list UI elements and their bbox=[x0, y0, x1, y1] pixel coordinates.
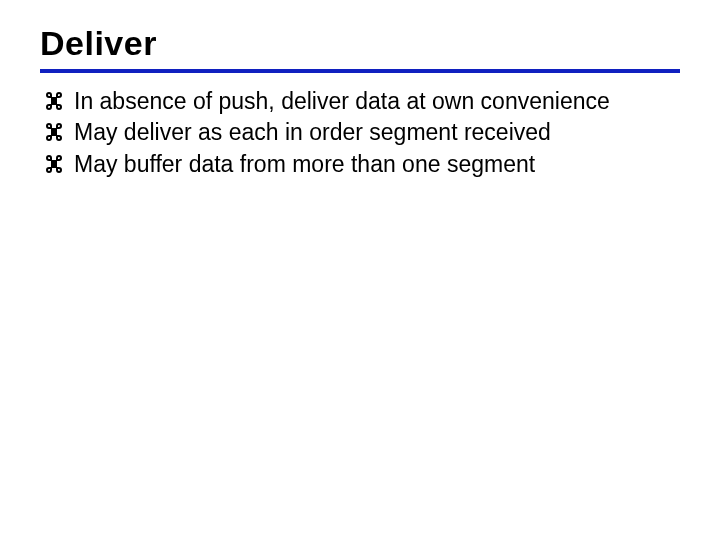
slide: Deliver In absence of push, deliver data… bbox=[0, 0, 720, 540]
list-item: May deliver as each in order segment rec… bbox=[44, 118, 676, 147]
bullet-text: In absence of push, deliver data at own … bbox=[74, 88, 610, 114]
bullet-list: In absence of push, deliver data at own … bbox=[40, 87, 680, 179]
slide-title: Deliver bbox=[40, 24, 680, 63]
list-item: May buffer data from more than one segme… bbox=[44, 150, 676, 179]
command-icon bbox=[44, 91, 64, 111]
bullet-text: May buffer data from more than one segme… bbox=[74, 151, 535, 177]
title-underline bbox=[40, 69, 680, 73]
bullet-text: May deliver as each in order segment rec… bbox=[74, 119, 551, 145]
list-item: In absence of push, deliver data at own … bbox=[44, 87, 676, 116]
command-icon bbox=[44, 122, 64, 142]
command-icon bbox=[44, 154, 64, 174]
